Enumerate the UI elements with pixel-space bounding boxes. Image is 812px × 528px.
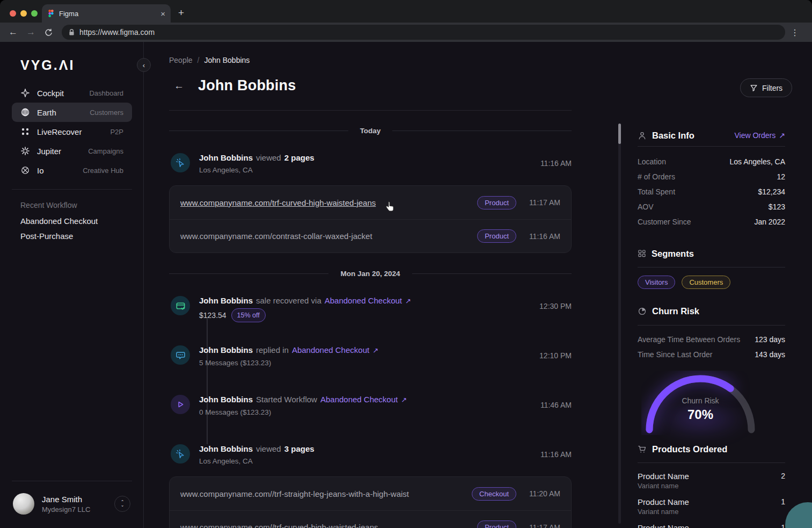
app-logo: VYG.ΛI [20, 57, 75, 73]
profile-row[interactable]: Jane Smith Mydesign7 LLC ⌃ ⌄ [13, 493, 133, 515]
workflow-link[interactable]: Abandoned Checkout [292, 344, 369, 356]
scrollbar-thumb[interactable] [618, 124, 621, 144]
nav-context: Campaigns [88, 147, 123, 155]
info-label: Customer Since [638, 218, 691, 226]
timeline-scrollbar[interactable] [618, 124, 621, 524]
recent-workflow-item[interactable]: Post-Purchase [20, 232, 73, 241]
page-url-link[interactable]: www.companyname.com/contrast-collar-waxe… [180, 232, 477, 241]
nodes-icon [20, 127, 30, 136]
gauge-value: 70% [641, 407, 759, 422]
info-value: $12,234 [758, 187, 785, 196]
figma-logo-icon [47, 10, 55, 17]
minimize-window-button[interactable] [20, 10, 27, 17]
info-row: AOV$123 [638, 199, 785, 214]
close-window-button[interactable] [10, 10, 16, 17]
tab-close-icon[interactable]: × [160, 10, 165, 18]
sidebar-item-liverecover[interactable]: LiveRecover P2P [12, 122, 132, 141]
page-url-link[interactable]: www.companyname.com/trf-curved-high-wais… [180, 198, 477, 207]
sidebar-item-io[interactable]: Io Creative Hub [12, 161, 132, 180]
view-orders-link[interactable]: View Orders ↗ [734, 131, 785, 140]
segment-chip-customers[interactable]: Customers [682, 276, 730, 289]
sidebar-nav: Cockpit Dashboard Earth Customers LiveRe… [12, 83, 132, 180]
product-variant: Variant name [638, 482, 785, 493]
cursor-click-icon [171, 153, 190, 172]
filters-button[interactable]: Filters [740, 78, 792, 97]
event-viewed-pages: John Bobbins viewed 3 pages Los Angeles,… [171, 443, 572, 467]
external-link-icon: ↗ [779, 131, 785, 140]
page-time: 11:20 AM [525, 489, 560, 498]
lock-icon [68, 28, 75, 36]
sidebar: VYG.ΛI Cockpit Dashboard Earth Customers… [0, 42, 144, 528]
app-root: VYG.ΛI Cockpit Dashboard Earth Customers… [0, 42, 812, 528]
breadcrumb-separator: / [197, 56, 200, 64]
filters-label: Filters [762, 84, 782, 92]
browser-back-icon[interactable]: ← [9, 27, 18, 38]
basic-info-rows: LocationLos Angeles, CA # of Orders12 To… [638, 154, 785, 229]
product-row: Product Name1 [638, 522, 785, 528]
event-verb: viewed [256, 152, 281, 163]
info-label: Time Since Last Order [638, 350, 713, 359]
info-label: Location [638, 157, 666, 166]
content-divider [169, 110, 572, 111]
browser-window: Figma × + ← → https://www.figma.com ⋮ VY… [0, 0, 812, 528]
sidebar-collapse-button[interactable]: ‹ [137, 58, 151, 72]
url-bar[interactable]: https://www.figma.com [62, 25, 785, 40]
event-detail: 5 Messages ($123.23) [199, 358, 378, 368]
event-time: 12:10 PM [539, 351, 572, 360]
date-divider-today: Today [169, 127, 572, 135]
info-value: 123 days [755, 335, 785, 344]
mouse-pointer-cursor [385, 201, 395, 213]
pageview-row[interactable]: www.companyname.com//trf-curved-high-wai… [170, 510, 571, 528]
pageview-card: www.companyname.com/trf-curved-high-wais… [169, 185, 572, 253]
funnel-icon [750, 84, 758, 92]
section-title: Products Ordered [652, 444, 785, 454]
workflow-link[interactable]: Abandoned Checkout [325, 295, 402, 306]
back-button[interactable]: ← [174, 80, 184, 92]
detail-panel: Basic Info View Orders ↗ LocationLos Ang… [627, 124, 796, 528]
burst-icon [20, 146, 30, 156]
churn-risk-header: Churn Risk [638, 305, 785, 317]
product-qty: 2 [781, 472, 785, 480]
pageview-row[interactable]: www.companyname.com/trf-curved-high-wais… [170, 186, 571, 219]
pageview-row[interactable]: www.companyname.com/contrast-collar-waxe… [170, 219, 571, 252]
new-tab-button[interactable]: + [178, 8, 184, 18]
browser-reload-icon[interactable] [44, 28, 53, 37]
sidebar-item-jupiter[interactable]: Jupiter Campaigns [12, 141, 132, 161]
browser-tab[interactable]: Figma × [42, 4, 171, 23]
person-icon [638, 131, 647, 140]
panel-divider [638, 267, 785, 267]
zoom-window-button[interactable] [31, 10, 38, 17]
browser-forward-icon[interactable]: → [26, 27, 35, 38]
gauge-label: Churn Risk [641, 396, 759, 405]
browser-menu-icon[interactable]: ⋮ [791, 27, 799, 38]
date-label: Today [360, 127, 381, 135]
breadcrumb: People / John Bobbins [169, 56, 250, 64]
orbit-icon [20, 165, 30, 175]
browser-tabstrip: Figma × + [0, 0, 812, 23]
breadcrumb-people[interactable]: People [169, 56, 193, 64]
tab-title: Figma [59, 10, 156, 18]
recent-workflow-item[interactable]: Abandoned Checkout [20, 216, 98, 226]
pageview-row[interactable]: www.companyname.com//trf-straight-leg-je… [170, 477, 571, 510]
pageview-card: www.companyname.com//trf-straight-leg-je… [169, 476, 572, 528]
profile-expander-button[interactable]: ⌃ ⌄ [114, 496, 130, 512]
info-value: Los Angeles, CA [729, 157, 785, 166]
segments-chips: Visitors Customers [638, 276, 730, 289]
page-tag-badge: Checkout [472, 487, 516, 501]
page-url-link[interactable]: www.companyname.com//trf-curved-high-wai… [180, 523, 477, 528]
product-name: Product Name [638, 523, 689, 528]
sidebar-item-earth[interactable]: Earth Customers [12, 103, 132, 122]
products-list: Product Name2 Variant name Product Name1… [638, 470, 785, 528]
event-verb: replied in [256, 344, 289, 356]
event-location: Los Angeles, CA [199, 165, 314, 176]
workflow-link[interactable]: Abandoned Checkout [320, 394, 398, 405]
product-row: Product Name1 Variant name [638, 496, 785, 518]
page-time: 11:17 AM [525, 523, 560, 528]
page-url-link[interactable]: www.companyname.com//trf-straight-leg-je… [180, 489, 472, 498]
segment-chip-visitors[interactable]: Visitors [638, 276, 675, 289]
panel-divider [638, 462, 785, 463]
section-title: Basic Info [652, 131, 729, 141]
churn-risk-gauge: Churn Risk 70% [641, 371, 759, 435]
sidebar-item-cockpit[interactable]: Cockpit Dashboard [12, 83, 132, 103]
section-title: Segments [652, 249, 785, 259]
